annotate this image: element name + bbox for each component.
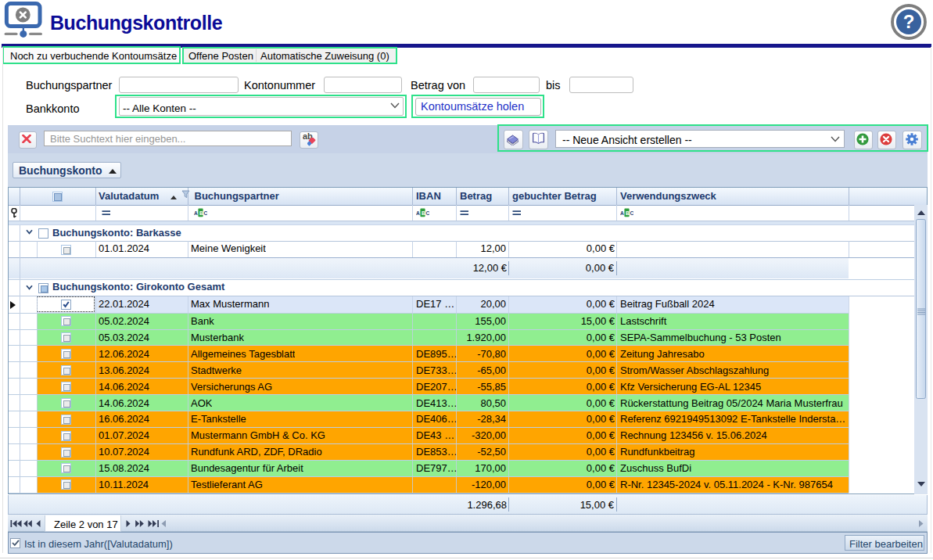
svg-text:A: A <box>194 210 198 216</box>
svg-text:B: B <box>199 210 203 216</box>
svg-text:B: B <box>422 210 425 216</box>
svg-text:B: B <box>626 210 630 216</box>
svg-text:C: C <box>630 210 633 216</box>
svg-text:A: A <box>620 210 624 216</box>
svg-text:C: C <box>426 210 429 216</box>
svg-text:A: A <box>416 210 420 216</box>
svg-text:C: C <box>204 210 207 216</box>
svg-text:?: ? <box>903 11 915 32</box>
